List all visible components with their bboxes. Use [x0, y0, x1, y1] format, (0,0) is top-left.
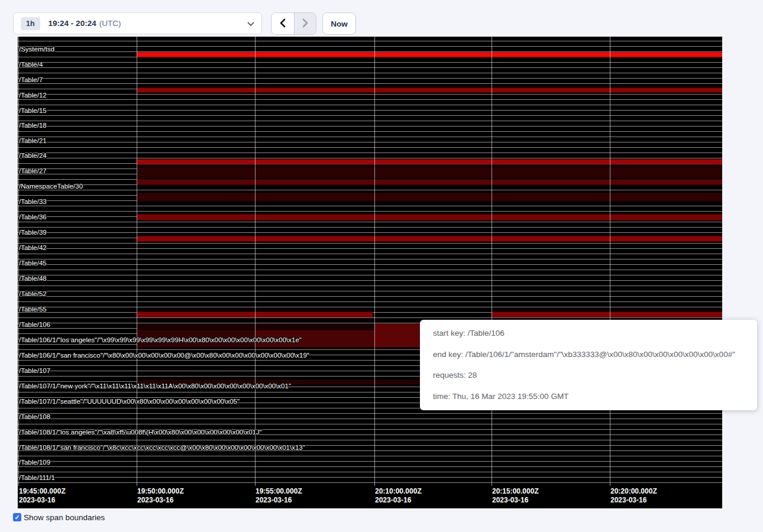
row-label: /Table/4 — [19, 60, 43, 69]
time-gridline — [610, 37, 610, 486]
row-label: /Table/106 — [19, 320, 50, 329]
row-label: /Table/18 — [19, 121, 47, 129]
tick-time: 19:55:00.000Z — [256, 487, 302, 496]
show-span-boundaries-checkbox[interactable] — [13, 513, 21, 521]
show-span-boundaries-label[interactable]: Show span boundaries — [24, 513, 105, 522]
time-gridline — [255, 37, 256, 486]
row-label: /Table/55 — [19, 305, 47, 313]
time-gridline — [492, 37, 492, 486]
tick-time: 19:50:00.000Z — [137, 487, 184, 496]
row-label: /Table/106/1/"san francisco"/"\x80\x00\x… — [19, 351, 309, 359]
tooltip-line: start key: /Table/106 — [433, 327, 744, 339]
row-label: /Table/21 — [19, 137, 47, 145]
heat-band[interactable] — [137, 87, 722, 93]
footer: Show span boundaries — [13, 512, 105, 522]
tooltip-line: end key: /Table/106/1/"amsterdam"/"\xb33… — [433, 349, 744, 361]
time-gridline — [18, 37, 19, 486]
row-label: /Table/33 — [19, 197, 47, 206]
tick-time: 20:20:00.000Z — [610, 487, 657, 496]
heat-band[interactable] — [137, 179, 722, 185]
tick-date: 2023-03-16 — [19, 496, 66, 505]
heat-band[interactable] — [137, 330, 255, 348]
tick-time: 20:15:00.000Z — [492, 487, 539, 496]
tick-date: 2023-03-16 — [375, 496, 422, 505]
tooltip-line: requests: 28 — [433, 369, 744, 381]
next-range-button[interactable] — [294, 13, 316, 34]
range-duration-badge: 1h — [21, 17, 40, 30]
row-label: /Table/108/1/"san francisco"/"\x8c\xcc\x… — [19, 443, 305, 452]
tick-date: 2023-03-16 — [137, 496, 184, 505]
x-axis-tick: 19:50:00.000Z2023-03-16 — [137, 487, 184, 505]
row-label: /Table/24 — [19, 151, 47, 160]
time-gridline — [374, 37, 375, 486]
heat-band[interactable] — [137, 159, 722, 165]
row-label: /Table/7 — [19, 76, 43, 84]
row-label: /Table/107 — [19, 366, 50, 375]
x-axis-tick: 20:10:00.000Z2023-03-16 — [375, 487, 422, 505]
heat-band[interactable] — [137, 167, 722, 178]
chevron-left-icon — [279, 18, 286, 30]
time-gridline — [137, 37, 137, 486]
tick-time: 20:10:00.000Z — [375, 487, 422, 496]
row-label: /Table/42 — [19, 244, 47, 252]
tick-date: 2023-03-16 — [610, 496, 657, 505]
heat-band[interactable] — [137, 312, 373, 317]
row-label: /Table/107/1/"seattle"/"UUUUUUD\x00\x80\… — [19, 397, 240, 406]
heat-band[interactable] — [137, 236, 722, 242]
cell-tooltip: start key: /Table/106end key: /Table/106… — [420, 320, 757, 410]
prev-range-button[interactable] — [271, 13, 294, 34]
row-label: /Table/108 — [19, 413, 50, 421]
row-label: /Table/27 — [19, 167, 47, 175]
x-axis-tick: 19:45:00.000Z2023-03-16 — [19, 487, 66, 505]
row-label: /Table/48 — [19, 274, 47, 283]
row-label: /Table/52 — [19, 290, 47, 298]
row-label: /Table/12 — [19, 91, 47, 99]
heat-band[interactable] — [137, 193, 722, 202]
x-axis-tick: 20:15:00.000Z2023-03-16 — [492, 487, 539, 505]
tick-date: 2023-03-16 — [256, 496, 302, 505]
range-utc-suffix: (UTC) — [99, 19, 121, 28]
heat-band[interactable] — [255, 330, 374, 348]
heat-band[interactable] — [137, 214, 722, 220]
row-label: /Table/45 — [19, 259, 47, 267]
row-label: /Table/36 — [19, 213, 47, 221]
heat-band[interactable] — [137, 52, 722, 57]
tooltip-line: time: Thu, 16 Mar 2023 19:55:00 GMT — [433, 391, 744, 403]
row-label: /NamespaceTable/30 — [19, 182, 83, 190]
heatmap-canvas[interactable]: /System/tsd/Table/4/Table/7/Table/12/Tab… — [18, 37, 722, 508]
tick-date: 2023-03-16 — [492, 496, 539, 505]
row-label: /Table/39 — [19, 228, 47, 236]
chevron-right-icon — [302, 18, 309, 30]
row-label: /Table/109 — [19, 458, 50, 466]
range-text: 19:24 - 20:24 — [49, 19, 96, 28]
row-label: /Table/108/1/"los angeles"/"\xa8\xf5\u00… — [19, 428, 262, 436]
row-label: /Table/111/1 — [19, 473, 55, 482]
x-axis-tick: 20:20:00.000Z2023-03-16 — [610, 487, 657, 505]
row-label: /System/tsd — [19, 45, 54, 53]
chevron-down-icon — [247, 18, 254, 29]
row-label: /Table/15 — [19, 106, 47, 115]
time-range-select[interactable]: 1h 19:24 - 20:24 (UTC) — [13, 12, 262, 34]
now-button[interactable]: Now — [322, 12, 356, 35]
tick-time: 19:45:00.000Z — [19, 487, 66, 496]
span-boundary-lines — [18, 41, 722, 485]
x-axis-tick: 19:55:00.000Z2023-03-16 — [256, 487, 302, 505]
heat-band[interactable] — [492, 312, 722, 317]
time-nav-group — [271, 12, 316, 35]
